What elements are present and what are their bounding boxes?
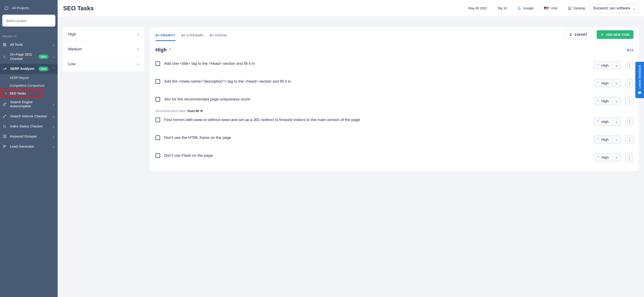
arrow-up-icon: ⌃ (597, 156, 599, 159)
chevron-down-icon: ⌄ (615, 155, 618, 159)
task-checkbox[interactable] (156, 135, 160, 140)
sidebar-item-all-tools[interactable]: All Tools ⌄ (0, 40, 58, 50)
svg-rect-18 (570, 35, 572, 36)
arrow-up-icon: ⌃ (597, 64, 599, 67)
sidebar-sub-label: SEO Tasks (10, 92, 26, 95)
task-priority-dropdown[interactable]: ⌃ High ⌄ (594, 97, 621, 105)
sidebar-item-lead-generator[interactable]: Lead Generator ⌄ (0, 141, 58, 151)
priority-card-label: Low (68, 62, 75, 66)
sidebar-item-label: Lead Generator (10, 144, 48, 149)
sidebar-sub-competitive[interactable]: · Competitive Comparison (0, 82, 58, 90)
divider (538, 6, 539, 11)
all-projects-label: All Projects (12, 6, 29, 10)
task-text: Find mirrors with www or without www and… (164, 117, 590, 123)
terminal-icon (2, 55, 7, 59)
chevron-down-icon: ⌄ (52, 124, 55, 128)
task-checkbox[interactable] (156, 79, 160, 84)
bullet-icon: • (5, 92, 6, 95)
arrow-up-icon: ⌃ (597, 138, 599, 141)
project-select-placeholder: Select project (6, 19, 27, 23)
chevron-right-icon: › (137, 47, 138, 52)
chevron-down-icon: ⌄ (52, 134, 55, 138)
export-label: EXPORT (574, 33, 587, 36)
more-vertical-icon: ⋮ (627, 63, 632, 68)
sidebar-item-autocomplete[interactable]: Search Engine Autocomplete ⌄ (0, 97, 58, 111)
chevron-down-icon: ⌄ (52, 102, 55, 106)
new-badge: New (38, 67, 48, 71)
task-checkbox[interactable] (156, 118, 160, 122)
task-row: Add the <meta name="description"> tag to… (156, 74, 634, 92)
chevron-right-icon: › (137, 62, 138, 66)
keyword-label: Keyword: seo software (593, 6, 630, 10)
sidebar-sub-serp-report[interactable]: · SERP Report (0, 74, 58, 82)
tab-by-category[interactable]: BY CATEGORY (181, 31, 204, 41)
task-text: Aim for the recommended page uniqueness … (164, 97, 590, 102)
task-checkbox[interactable] (156, 61, 160, 66)
chevron-down-icon: ⌄ (615, 63, 618, 67)
sidebar-sub-label: Competitive Comparison (10, 84, 44, 87)
task-more-button[interactable]: ⋮ (625, 61, 634, 70)
svg-rect-2 (3, 45, 4, 46)
keyword-dropdown[interactable]: Keyword: seo software ⌄ (590, 4, 638, 13)
add-task-button[interactable]: ADD NEW TASK (597, 30, 634, 39)
svg-line-10 (5, 127, 6, 128)
task-more-button[interactable]: ⋮ (625, 117, 634, 126)
chevron-down-icon: ⌄ (615, 119, 618, 124)
sidebar-item-serp-analyzer[interactable]: SERP Analyzer New ⌃ (0, 64, 58, 74)
topbar-device: Desktop (565, 7, 588, 10)
task-priority-dropdown[interactable]: ⌃ High ⌄ (594, 79, 621, 87)
more-vertical-icon: ⋮ (627, 137, 632, 142)
group-title[interactable]: High ⌃ (156, 47, 171, 53)
export-button[interactable]: EXPORT (565, 30, 591, 39)
task-priority-dropdown[interactable]: ⌃ High ⌄ (594, 61, 621, 69)
search-icon (2, 124, 7, 129)
topbar-rank: Top 10 (495, 7, 510, 10)
chevron-up-icon: ⌃ (168, 48, 171, 52)
sidebar-item-search-volume[interactable]: Search Volume Checker ⌄ (0, 111, 58, 121)
task-priority-dropdown[interactable]: ⌃ High ⌄ (594, 117, 621, 126)
analytics-icon (2, 67, 7, 71)
sidebar-sub-label: SERP Report (10, 76, 29, 80)
chevron-down-icon: ⌄ (52, 144, 55, 149)
priority-column: High › Medium › Low › (63, 27, 144, 71)
group-count: 0/12 (627, 48, 634, 52)
priority-card-low[interactable]: Low › (63, 57, 144, 71)
sidebar-item-onpage-seo[interactable]: On-Page SEO Checker New ⌄ (0, 50, 58, 64)
priority-card-high[interactable]: High › (63, 27, 144, 42)
sidebar-sub-seo-tasks[interactable]: • SEO Tasks (0, 90, 58, 97)
topbar-engine: Google (514, 6, 536, 10)
task-more-button[interactable]: ⋮ (625, 79, 634, 88)
tab-by-status[interactable]: BY STATUS (210, 31, 227, 41)
project-select[interactable]: Select project ⌄ (2, 15, 55, 27)
task-priority-dropdown[interactable]: ⌃ High ⌄ (594, 153, 621, 161)
serp-submenu: · SERP Report · Competitive Comparison •… (0, 74, 58, 97)
task-checkbox[interactable] (156, 97, 160, 102)
task-more-button[interactable]: ⋮ (625, 135, 634, 144)
chevron-down-icon: ⌄ (52, 114, 55, 118)
task-list: Add one <title> tag to the <head> sectio… (150, 55, 639, 171)
priority-card-label: Medium (68, 47, 82, 52)
task-more-button[interactable]: ⋮ (625, 97, 634, 106)
sidebar-item-index-status[interactable]: Index Status Checker ⌄ (0, 121, 58, 131)
task-more-button[interactable]: ⋮ (625, 153, 634, 162)
svg-rect-16 (568, 7, 571, 9)
task-priority-dropdown[interactable]: ⌃ High ⌄ (594, 135, 621, 143)
chevron-down-icon: ⌄ (52, 55, 55, 59)
more-vertical-icon: ⋮ (627, 99, 632, 104)
topbar-country: USA (541, 7, 560, 10)
desktop-icon (568, 7, 572, 10)
chevron-down-icon: ⌄ (615, 137, 618, 141)
sidebar-item-label: On-Page SEO Checker (10, 52, 35, 61)
svg-point-13 (4, 145, 4, 146)
priority-card-medium[interactable]: Medium › (63, 42, 144, 57)
all-projects-link[interactable]: All Projects (2, 3, 55, 12)
svg-point-14 (5, 145, 6, 146)
task-checkbox[interactable] (156, 153, 160, 158)
tab-by-priority[interactable]: BY PRIORITY (156, 31, 176, 41)
feedback-tab[interactable]: Leave feedback (635, 62, 644, 98)
sidebar-item-keyword-grouper[interactable]: Keyword Grouper ⌄ (0, 131, 58, 141)
grid-icon (2, 42, 7, 47)
tasks-panel: BY PRIORITY BY CATEGORY BY STATUS EXPORT (150, 27, 639, 171)
sidebar-item-label: SERP Analyzer (10, 67, 35, 71)
feedback-label: Leave feedback (638, 65, 642, 89)
